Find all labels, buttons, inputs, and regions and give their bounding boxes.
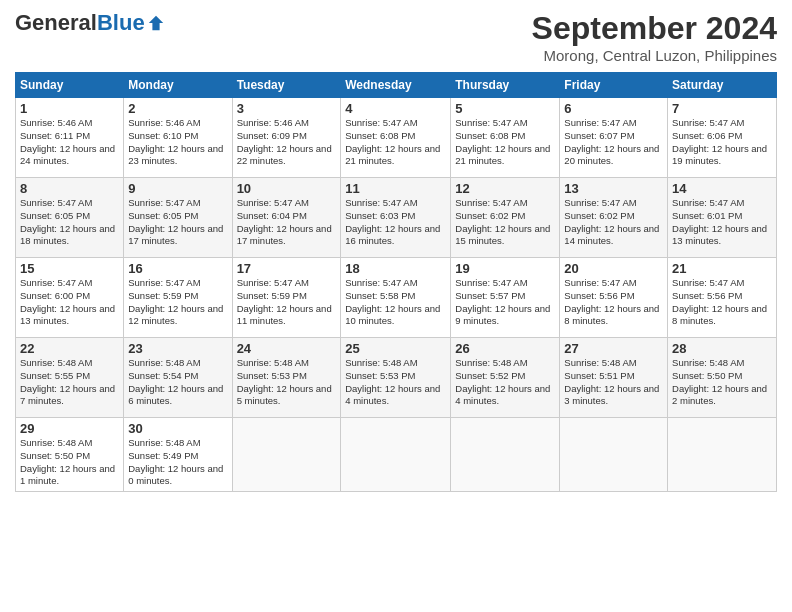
day-number: 23 [128, 341, 227, 356]
day-number: 20 [564, 261, 663, 276]
day-number: 22 [20, 341, 119, 356]
table-row: 15 Sunrise: 5:47 AM Sunset: 6:00 PM Dayl… [16, 258, 124, 338]
day-info: Sunrise: 5:47 AM Sunset: 6:00 PM Dayligh… [20, 277, 119, 328]
day-number: 6 [564, 101, 663, 116]
calendar-table: Sunday Monday Tuesday Wednesday Thursday… [15, 72, 777, 492]
table-row: 8 Sunrise: 5:47 AM Sunset: 6:05 PM Dayli… [16, 178, 124, 258]
header-saturday: Saturday [668, 73, 777, 98]
day-number: 14 [672, 181, 772, 196]
day-info: Sunrise: 5:46 AM Sunset: 6:10 PM Dayligh… [128, 117, 227, 168]
header-sunday: Sunday [16, 73, 124, 98]
table-row: 11 Sunrise: 5:47 AM Sunset: 6:03 PM Dayl… [341, 178, 451, 258]
day-number: 9 [128, 181, 227, 196]
day-info: Sunrise: 5:48 AM Sunset: 5:53 PM Dayligh… [345, 357, 446, 408]
day-info: Sunrise: 5:48 AM Sunset: 5:55 PM Dayligh… [20, 357, 119, 408]
table-row: 20 Sunrise: 5:47 AM Sunset: 5:56 PM Dayl… [560, 258, 668, 338]
day-number: 8 [20, 181, 119, 196]
table-row: 6 Sunrise: 5:47 AM Sunset: 6:07 PM Dayli… [560, 98, 668, 178]
day-number: 7 [672, 101, 772, 116]
day-info: Sunrise: 5:47 AM Sunset: 6:05 PM Dayligh… [128, 197, 227, 248]
header-wednesday: Wednesday [341, 73, 451, 98]
title-section: September 2024 Morong, Central Luzon, Ph… [532, 10, 777, 64]
day-info: Sunrise: 5:46 AM Sunset: 6:11 PM Dayligh… [20, 117, 119, 168]
day-info: Sunrise: 5:47 AM Sunset: 6:02 PM Dayligh… [455, 197, 555, 248]
day-info: Sunrise: 5:48 AM Sunset: 5:50 PM Dayligh… [20, 437, 119, 488]
table-row: 27 Sunrise: 5:48 AM Sunset: 5:51 PM Dayl… [560, 338, 668, 418]
day-number: 1 [20, 101, 119, 116]
table-row: 9 Sunrise: 5:47 AM Sunset: 6:05 PM Dayli… [124, 178, 232, 258]
table-row: 28 Sunrise: 5:48 AM Sunset: 5:50 PM Dayl… [668, 338, 777, 418]
day-info: Sunrise: 5:47 AM Sunset: 6:05 PM Dayligh… [20, 197, 119, 248]
day-number: 16 [128, 261, 227, 276]
day-info: Sunrise: 5:47 AM Sunset: 6:03 PM Dayligh… [345, 197, 446, 248]
day-info: Sunrise: 5:47 AM Sunset: 6:01 PM Dayligh… [672, 197, 772, 248]
table-row: 23 Sunrise: 5:48 AM Sunset: 5:54 PM Dayl… [124, 338, 232, 418]
day-info: Sunrise: 5:47 AM Sunset: 6:04 PM Dayligh… [237, 197, 337, 248]
table-row: 24 Sunrise: 5:48 AM Sunset: 5:53 PM Dayl… [232, 338, 341, 418]
logo-blue-text: Blue [97, 10, 145, 36]
day-number: 26 [455, 341, 555, 356]
table-row: 2 Sunrise: 5:46 AM Sunset: 6:10 PM Dayli… [124, 98, 232, 178]
day-info: Sunrise: 5:47 AM Sunset: 6:08 PM Dayligh… [345, 117, 446, 168]
table-row: 14 Sunrise: 5:47 AM Sunset: 6:01 PM Dayl… [668, 178, 777, 258]
day-number: 27 [564, 341, 663, 356]
table-row [232, 418, 341, 492]
day-number: 24 [237, 341, 337, 356]
header-monday: Monday [124, 73, 232, 98]
header-tuesday: Tuesday [232, 73, 341, 98]
table-row [341, 418, 451, 492]
day-info: Sunrise: 5:48 AM Sunset: 5:50 PM Dayligh… [672, 357, 772, 408]
table-row: 7 Sunrise: 5:47 AM Sunset: 6:06 PM Dayli… [668, 98, 777, 178]
table-row: 29 Sunrise: 5:48 AM Sunset: 5:50 PM Dayl… [16, 418, 124, 492]
table-row: 13 Sunrise: 5:47 AM Sunset: 6:02 PM Dayl… [560, 178, 668, 258]
day-info: Sunrise: 5:48 AM Sunset: 5:51 PM Dayligh… [564, 357, 663, 408]
weekday-header-row: Sunday Monday Tuesday Wednesday Thursday… [16, 73, 777, 98]
logo-icon [147, 14, 165, 32]
day-info: Sunrise: 5:47 AM Sunset: 6:06 PM Dayligh… [672, 117, 772, 168]
day-number: 25 [345, 341, 446, 356]
table-row: 10 Sunrise: 5:47 AM Sunset: 6:04 PM Dayl… [232, 178, 341, 258]
logo: GeneralBlue [15, 10, 165, 36]
day-number: 15 [20, 261, 119, 276]
day-number: 10 [237, 181, 337, 196]
table-row: 21 Sunrise: 5:47 AM Sunset: 5:56 PM Dayl… [668, 258, 777, 338]
day-number: 4 [345, 101, 446, 116]
table-row [668, 418, 777, 492]
day-info: Sunrise: 5:47 AM Sunset: 5:59 PM Dayligh… [128, 277, 227, 328]
table-row: 30 Sunrise: 5:48 AM Sunset: 5:49 PM Dayl… [124, 418, 232, 492]
table-row [560, 418, 668, 492]
header-friday: Friday [560, 73, 668, 98]
header-thursday: Thursday [451, 73, 560, 98]
day-info: Sunrise: 5:46 AM Sunset: 6:09 PM Dayligh… [237, 117, 337, 168]
day-number: 29 [20, 421, 119, 436]
day-info: Sunrise: 5:48 AM Sunset: 5:52 PM Dayligh… [455, 357, 555, 408]
day-number: 5 [455, 101, 555, 116]
day-info: Sunrise: 5:47 AM Sunset: 6:07 PM Dayligh… [564, 117, 663, 168]
day-number: 3 [237, 101, 337, 116]
header: GeneralBlue September 2024 Morong, Centr… [15, 10, 777, 64]
day-number: 2 [128, 101, 227, 116]
day-info: Sunrise: 5:47 AM Sunset: 6:08 PM Dayligh… [455, 117, 555, 168]
day-number: 18 [345, 261, 446, 276]
day-info: Sunrise: 5:47 AM Sunset: 5:59 PM Dayligh… [237, 277, 337, 328]
day-number: 11 [345, 181, 446, 196]
day-info: Sunrise: 5:47 AM Sunset: 5:56 PM Dayligh… [672, 277, 772, 328]
day-info: Sunrise: 5:48 AM Sunset: 5:53 PM Dayligh… [237, 357, 337, 408]
table-row: 3 Sunrise: 5:46 AM Sunset: 6:09 PM Dayli… [232, 98, 341, 178]
table-row [451, 418, 560, 492]
day-info: Sunrise: 5:48 AM Sunset: 5:54 PM Dayligh… [128, 357, 227, 408]
month-title: September 2024 [532, 10, 777, 47]
day-number: 12 [455, 181, 555, 196]
table-row: 16 Sunrise: 5:47 AM Sunset: 5:59 PM Dayl… [124, 258, 232, 338]
svg-marker-0 [148, 16, 162, 30]
day-info: Sunrise: 5:47 AM Sunset: 6:02 PM Dayligh… [564, 197, 663, 248]
table-row: 26 Sunrise: 5:48 AM Sunset: 5:52 PM Dayl… [451, 338, 560, 418]
table-row: 1 Sunrise: 5:46 AM Sunset: 6:11 PM Dayli… [16, 98, 124, 178]
table-row: 19 Sunrise: 5:47 AM Sunset: 5:57 PM Dayl… [451, 258, 560, 338]
day-number: 13 [564, 181, 663, 196]
day-number: 28 [672, 341, 772, 356]
day-number: 21 [672, 261, 772, 276]
day-number: 19 [455, 261, 555, 276]
table-row: 12 Sunrise: 5:47 AM Sunset: 6:02 PM Dayl… [451, 178, 560, 258]
table-row: 22 Sunrise: 5:48 AM Sunset: 5:55 PM Dayl… [16, 338, 124, 418]
